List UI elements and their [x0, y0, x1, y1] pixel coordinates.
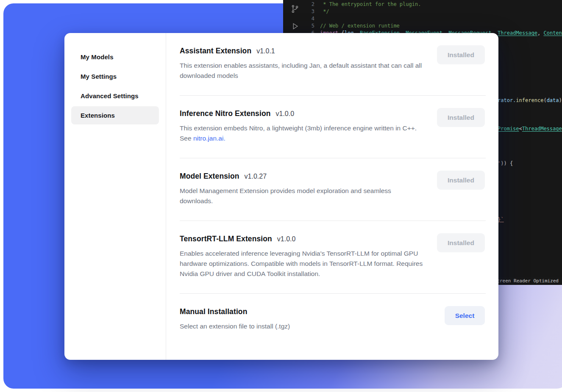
extension-title: TensortRT-LLM Extension — [180, 235, 272, 243]
code-line: 5 // Web / extension runtime — [283, 22, 562, 30]
code-line: 4 — [283, 15, 562, 22]
screen-reader-optimized-badge[interactable]: Screen Reader Optimized — [490, 277, 562, 285]
extension-title: Assistant Extension — [180, 47, 251, 55]
extension-title: Inference Nitro Extension — [180, 109, 271, 118]
settings-sidebar: My Models My Settings Advanced Settings … — [64, 33, 166, 360]
sidebar-item-advanced-settings[interactable]: Advanced Settings — [71, 87, 159, 105]
extension-section-assistant: Assistant Extension v1.0.1 This extensio… — [180, 33, 486, 96]
extension-section-model: Model Extension v1.0.27 Model Management… — [180, 158, 486, 221]
nitro-jan-ai-link[interactable]: nitro.jan.ai. — [193, 135, 225, 142]
installed-button[interactable]: Installed — [437, 233, 485, 252]
code-area: 2 * The entrypoint for the plugin. 3 */ … — [283, 1, 562, 37]
manual-installation-description: Select an extension file to install (.tg… — [180, 321, 425, 331]
code-fragment: ')) { — [498, 160, 513, 167]
select-file-button[interactable]: Select — [445, 306, 485, 325]
line-number: 3 — [283, 8, 314, 15]
extension-title: Model Extension — [180, 172, 239, 181]
sidebar-item-my-settings[interactable]: My Settings — [71, 67, 159, 86]
extension-description: This extension embeds Nitro, a lightweig… — [180, 123, 425, 144]
line-number: 5 — [283, 22, 314, 30]
sidebar-item-my-models[interactable]: My Models — [71, 48, 159, 66]
extension-section-tensorrt: TensortRT-LLM Extension v1.0.0 Enables a… — [180, 221, 486, 294]
extension-version: v1.0.0 — [277, 235, 296, 243]
settings-modal: My Models My Settings Advanced Settings … — [64, 33, 498, 360]
line-number: 2 — [283, 1, 314, 8]
code-line: 2 * The entrypoint for the plugin. — [283, 1, 562, 8]
installed-button[interactable]: Installed — [437, 108, 485, 127]
extension-section-nitro: Inference Nitro Extension v1.0.0 This ex… — [180, 96, 486, 158]
sidebar-item-extensions[interactable]: Extensions — [71, 106, 159, 124]
manual-installation-section: Manual Installation Select an extension … — [180, 294, 486, 346]
installed-button[interactable]: Installed — [437, 45, 485, 64]
code-fragment: Promise<ThreadMessage> — [498, 125, 562, 132]
extension-description: This extension enables assistants, inclu… — [180, 61, 425, 81]
line-number: 4 — [283, 15, 314, 22]
code-line: 3 */ — [283, 8, 562, 15]
extension-version: v1.0.0 — [276, 110, 295, 118]
extension-version: v1.0.27 — [245, 173, 267, 180]
extension-description: Enables accelerated inference leveraging… — [180, 248, 425, 279]
extension-description: Model Management Extension provides mode… — [180, 186, 425, 206]
manual-installation-title: Manual Installation — [180, 307, 247, 316]
code-fragment: rator.inference(data)); — [498, 97, 562, 104]
installed-button[interactable]: Installed — [437, 171, 485, 190]
extension-version: v1.0.1 — [256, 47, 275, 55]
desktop: 2 * The entrypoint for the plugin. 3 */ … — [0, 0, 562, 392]
extensions-list: Assistant Extension v1.0.1 This extensio… — [166, 33, 498, 360]
